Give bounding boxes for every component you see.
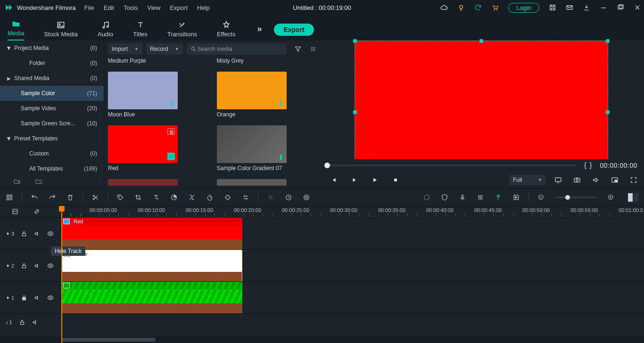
snapshot-icon[interactable]	[573, 176, 581, 184]
color-icon[interactable]	[170, 194, 178, 201]
download-thumb-icon[interactable]: ⬇	[169, 100, 175, 107]
h-scrollbar-thumb[interactable]	[61, 338, 156, 342]
bulb-icon[interactable]	[457, 4, 465, 11]
tab-audio[interactable]: Audio	[98, 20, 113, 41]
zoom-out-icon[interactable]	[537, 194, 545, 201]
play-forward-icon[interactable]	[351, 177, 357, 183]
browser-item[interactable]: ⬇ Moon Blue	[108, 69, 208, 120]
sidebar-item-project-media[interactable]: ▶Project Media(0)	[0, 41, 104, 56]
browser-item[interactable]	[217, 176, 317, 186]
lock-icon[interactable]	[21, 262, 27, 269]
timeline-view-toggle[interactable]	[628, 193, 638, 202]
record-dropdown[interactable]: Record▼	[146, 43, 183, 55]
login-button[interactable]: Login	[508, 3, 539, 13]
zoom-slider[interactable]	[555, 196, 597, 198]
download-icon[interactable]	[583, 4, 590, 11]
mute-icon[interactable]	[32, 319, 39, 326]
menu-tools[interactable]: Tools	[124, 4, 138, 11]
visibility-icon[interactable]	[47, 294, 54, 301]
mute-icon[interactable]	[34, 294, 41, 301]
mark-out-icon[interactable]: }	[589, 161, 592, 170]
menu-file[interactable]: File	[84, 4, 94, 11]
grid-view-icon[interactable]	[309, 45, 317, 53]
browser-item[interactable]	[108, 176, 208, 186]
lock-icon[interactable]	[21, 230, 27, 237]
mute-icon[interactable]	[34, 230, 41, 237]
download-thumb-icon[interactable]: ⬇	[278, 100, 284, 107]
sidebar-item-sample-video[interactable]: Sample Video(20)	[0, 101, 104, 116]
text-tool-icon[interactable]	[152, 194, 160, 201]
more-tabs-icon[interactable]: »	[257, 24, 262, 34]
tab-transitions[interactable]: Transitions	[167, 20, 197, 41]
speed-icon[interactable]	[206, 194, 214, 201]
export-button[interactable]: Export	[274, 24, 314, 36]
browser-item[interactable]: Misty Grey	[217, 57, 317, 66]
zoom-in-icon[interactable]	[607, 194, 615, 201]
tab-media[interactable]: Media	[8, 19, 24, 41]
mail-icon[interactable]	[566, 4, 573, 11]
quality-select[interactable]: Full▼	[509, 175, 546, 185]
mixer-icon[interactable]	[477, 194, 484, 201]
lock-icon[interactable]	[19, 319, 25, 326]
sidebar-item-shared-media[interactable]: ▶Shared Media(0)	[0, 71, 104, 86]
timeline-ruler[interactable]: 00:00:05:0000:00:10:0000:00:15:0000:00:2…	[61, 206, 644, 217]
prev-frame-icon[interactable]	[330, 177, 337, 183]
keyframe-icon[interactable]	[224, 194, 231, 201]
filter-icon[interactable]	[294, 45, 302, 53]
preview-scrubber[interactable]	[327, 164, 577, 166]
open-folder-icon[interactable]	[35, 178, 42, 185]
stop-icon[interactable]	[392, 177, 399, 183]
adjust-icon[interactable]	[242, 194, 249, 201]
menu-help[interactable]: Help	[197, 4, 210, 11]
undo-icon[interactable]	[31, 194, 38, 201]
sidebar-item-preset-templates[interactable]: ▶Preset Templates	[0, 131, 104, 146]
download-thumb-icon[interactable]: ⬇	[278, 154, 284, 161]
resize-handle[interactable]	[479, 39, 483, 43]
fullscreen-icon[interactable]	[630, 176, 637, 184]
resize-handle[interactable]	[353, 110, 357, 114]
play-icon[interactable]	[372, 177, 378, 183]
mic-icon[interactable]	[459, 194, 466, 201]
close-icon[interactable]	[634, 4, 641, 11]
import-dropdown[interactable]: Import▼	[108, 43, 142, 55]
voiceover-icon[interactable]	[285, 194, 292, 201]
display-icon[interactable]	[554, 176, 562, 184]
marker-icon[interactable]	[495, 194, 502, 201]
audio-tool-icon[interactable]	[303, 194, 310, 201]
save-icon[interactable]	[549, 4, 556, 11]
volume-icon[interactable]	[592, 176, 600, 184]
new-folder-icon[interactable]	[13, 178, 21, 185]
pip-icon[interactable]	[611, 176, 619, 184]
sidebar-item-sample-color[interactable]: Sample Color(71)	[0, 86, 104, 101]
zoom-knob[interactable]	[565, 195, 570, 200]
menu-export[interactable]: Export	[170, 4, 188, 11]
browser-item[interactable]: ⬇ Sample Color Gradient 07	[217, 122, 317, 173]
clip-green[interactable]: Green	[61, 282, 242, 314]
effect-icon[interactable]	[188, 194, 196, 201]
menu-view[interactable]: View	[147, 4, 160, 11]
search-box[interactable]	[187, 43, 287, 55]
sidebar-item-custom[interactable]: Custom(0)	[0, 146, 104, 161]
auto-ripple-icon[interactable]	[423, 194, 430, 201]
cloud-icon[interactable]	[440, 4, 448, 11]
visibility-icon[interactable]	[47, 230, 54, 237]
crop-icon[interactable]	[134, 194, 142, 201]
redo-icon[interactable]	[49, 194, 56, 201]
resize-handle[interactable]	[606, 39, 610, 43]
scrub-knob[interactable]	[324, 163, 330, 168]
mute-icon[interactable]	[34, 262, 41, 269]
browser-item[interactable]: Medium Purple	[108, 57, 208, 66]
tab-stock-media[interactable]: Stock Media	[44, 20, 78, 41]
delete-icon[interactable]	[66, 194, 74, 201]
track-arrange-icon[interactable]	[11, 208, 19, 215]
tab-effects[interactable]: Effects	[217, 20, 236, 41]
clip-red[interactable]: Red	[61, 218, 242, 250]
mark-in-icon[interactable]: {	[584, 161, 586, 170]
search-input[interactable]	[197, 45, 283, 53]
clip-white[interactable]: White	[61, 250, 242, 282]
resize-handle[interactable]	[353, 39, 357, 43]
sidebar-item-folder[interactable]: Folder(0)	[0, 56, 104, 71]
resize-handle[interactable]	[606, 110, 610, 114]
qr-icon[interactable]	[6, 194, 13, 201]
tab-titles[interactable]: Titles	[133, 20, 148, 41]
